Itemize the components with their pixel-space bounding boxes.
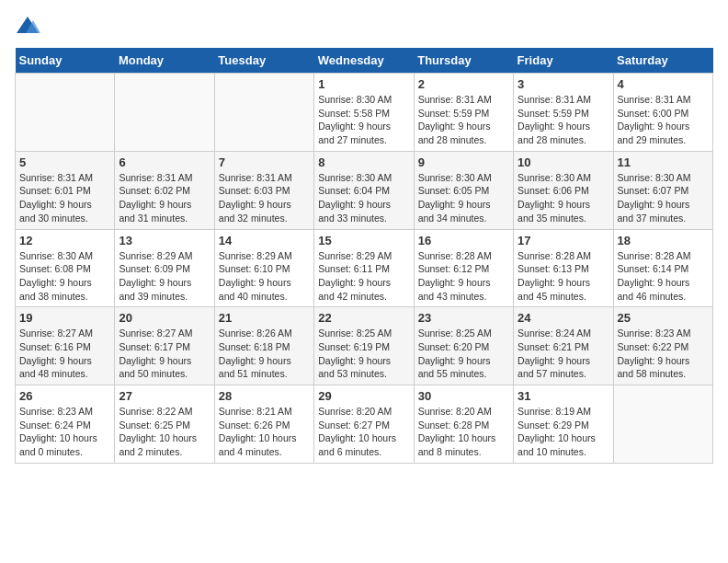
day-number: 5: [19, 155, 110, 169]
day-detail: Sunrise: 8:24 AM Sunset: 6:21 PM Dayligh…: [518, 327, 609, 381]
calendar-week-1: 1Sunrise: 8:30 AM Sunset: 5:58 PM Daylig…: [16, 74, 713, 152]
day-detail: Sunrise: 8:31 AM Sunset: 5:59 PM Dayligh…: [518, 93, 609, 147]
day-number: 10: [518, 155, 609, 169]
day-detail: Sunrise: 8:31 AM Sunset: 5:59 PM Dayligh…: [418, 93, 509, 147]
calendar-cell: 30Sunrise: 8:20 AM Sunset: 6:28 PM Dayli…: [414, 385, 513, 464]
day-number: 22: [318, 311, 409, 325]
calendar-cell: 23Sunrise: 8:25 AM Sunset: 6:20 PM Dayli…: [414, 307, 513, 385]
day-number: 16: [418, 234, 509, 247]
day-number: 4: [618, 77, 709, 91]
day-number: 2: [418, 77, 509, 91]
calendar-cell: 25Sunrise: 8:23 AM Sunset: 6:22 PM Dayli…: [613, 307, 712, 385]
day-number: 3: [518, 77, 609, 91]
day-number: 21: [219, 311, 310, 325]
calendar-cell: 15Sunrise: 8:29 AM Sunset: 6:11 PM Dayli…: [314, 229, 414, 307]
day-detail: Sunrise: 8:31 AM Sunset: 6:02 PM Dayligh…: [119, 171, 210, 225]
day-number: 12: [19, 234, 110, 247]
day-number: 13: [119, 234, 210, 247]
day-number: 24: [518, 311, 609, 325]
day-detail: Sunrise: 8:27 AM Sunset: 6:16 PM Dayligh…: [19, 327, 110, 381]
day-number: 25: [618, 311, 709, 325]
calendar-cell: 27Sunrise: 8:22 AM Sunset: 6:25 PM Dayli…: [115, 385, 214, 464]
calendar-cell: 3Sunrise: 8:31 AM Sunset: 5:59 PM Daylig…: [514, 74, 613, 152]
day-detail: Sunrise: 8:28 AM Sunset: 6:14 PM Dayligh…: [618, 249, 709, 304]
day-number: 8: [318, 155, 409, 169]
calendar-body: 1Sunrise: 8:30 AM Sunset: 5:58 PM Daylig…: [16, 74, 713, 464]
day-number: 9: [418, 155, 509, 169]
calendar-cell: 8Sunrise: 8:30 AM Sunset: 6:04 PM Daylig…: [314, 151, 414, 229]
day-number: 14: [219, 234, 310, 247]
calendar-cell: 11Sunrise: 8:30 AM Sunset: 6:07 PM Dayli…: [613, 151, 712, 229]
day-detail: Sunrise: 8:20 AM Sunset: 6:27 PM Dayligh…: [318, 405, 409, 459]
weekday-header-friday: Friday: [514, 48, 613, 74]
day-number: 15: [318, 234, 409, 247]
weekday-header-monday: Monday: [115, 48, 214, 74]
calendar-cell: 9Sunrise: 8:30 AM Sunset: 6:05 PM Daylig…: [414, 151, 513, 229]
calendar-week-3: 12Sunrise: 8:30 AM Sunset: 6:08 PM Dayli…: [16, 229, 713, 307]
weekday-header-row: SundayMondayTuesdayWednesdayThursdayFrid…: [16, 48, 713, 74]
day-detail: Sunrise: 8:28 AM Sunset: 6:13 PM Dayligh…: [518, 249, 609, 304]
day-detail: Sunrise: 8:30 AM Sunset: 6:06 PM Dayligh…: [518, 171, 609, 225]
day-detail: Sunrise: 8:19 AM Sunset: 6:29 PM Dayligh…: [518, 405, 609, 459]
calendar-cell: 29Sunrise: 8:20 AM Sunset: 6:27 PM Dayli…: [314, 385, 414, 464]
calendar-week-5: 26Sunrise: 8:23 AM Sunset: 6:24 PM Dayli…: [16, 385, 713, 464]
day-number: 20: [119, 311, 210, 325]
day-number: 29: [318, 389, 409, 403]
calendar-cell: [214, 74, 313, 152]
calendar-week-2: 5Sunrise: 8:31 AM Sunset: 6:01 PM Daylig…: [16, 151, 713, 229]
calendar-week-4: 19Sunrise: 8:27 AM Sunset: 6:16 PM Dayli…: [16, 307, 713, 385]
day-number: 17: [518, 234, 609, 247]
day-detail: Sunrise: 8:30 AM Sunset: 6:05 PM Dayligh…: [418, 171, 509, 225]
day-detail: Sunrise: 8:30 AM Sunset: 5:58 PM Dayligh…: [318, 93, 409, 147]
calendar-cell: 6Sunrise: 8:31 AM Sunset: 6:02 PM Daylig…: [115, 151, 214, 229]
day-detail: Sunrise: 8:29 AM Sunset: 6:10 PM Dayligh…: [219, 249, 310, 304]
day-number: 6: [119, 155, 210, 169]
calendar-cell: [613, 385, 712, 464]
calendar-cell: [115, 74, 214, 152]
day-detail: Sunrise: 8:25 AM Sunset: 6:19 PM Dayligh…: [318, 327, 409, 381]
calendar-cell: 22Sunrise: 8:25 AM Sunset: 6:19 PM Dayli…: [314, 307, 414, 385]
day-detail: Sunrise: 8:30 AM Sunset: 6:08 PM Dayligh…: [19, 249, 110, 304]
calendar-cell: 19Sunrise: 8:27 AM Sunset: 6:16 PM Dayli…: [16, 307, 115, 385]
day-number: 18: [618, 234, 709, 247]
day-number: 7: [219, 155, 310, 169]
calendar-cell: 12Sunrise: 8:30 AM Sunset: 6:08 PM Dayli…: [16, 229, 115, 307]
day-detail: Sunrise: 8:29 AM Sunset: 6:09 PM Dayligh…: [119, 249, 210, 304]
day-detail: Sunrise: 8:22 AM Sunset: 6:25 PM Dayligh…: [119, 405, 210, 459]
day-detail: Sunrise: 8:31 AM Sunset: 6:00 PM Dayligh…: [618, 93, 709, 147]
day-detail: Sunrise: 8:31 AM Sunset: 6:01 PM Dayligh…: [19, 171, 110, 225]
weekday-header-thursday: Thursday: [414, 48, 513, 74]
calendar-cell: 1Sunrise: 8:30 AM Sunset: 5:58 PM Daylig…: [314, 74, 414, 152]
day-detail: Sunrise: 8:21 AM Sunset: 6:26 PM Dayligh…: [219, 405, 310, 459]
day-number: 11: [618, 155, 709, 169]
calendar-cell: 26Sunrise: 8:23 AM Sunset: 6:24 PM Dayli…: [16, 385, 115, 464]
day-detail: Sunrise: 8:30 AM Sunset: 6:04 PM Dayligh…: [318, 171, 409, 225]
calendar-cell: 2Sunrise: 8:31 AM Sunset: 5:59 PM Daylig…: [414, 74, 513, 152]
calendar-cell: 4Sunrise: 8:31 AM Sunset: 6:00 PM Daylig…: [613, 74, 712, 152]
day-number: 28: [219, 389, 310, 403]
day-detail: Sunrise: 8:30 AM Sunset: 6:07 PM Dayligh…: [618, 171, 709, 225]
day-detail: Sunrise: 8:31 AM Sunset: 6:03 PM Dayligh…: [219, 171, 310, 225]
calendar-cell: 21Sunrise: 8:26 AM Sunset: 6:18 PM Dayli…: [214, 307, 313, 385]
day-number: 19: [19, 311, 110, 325]
day-detail: Sunrise: 8:25 AM Sunset: 6:20 PM Dayligh…: [418, 327, 509, 381]
weekday-header-saturday: Saturday: [613, 48, 712, 74]
day-detail: Sunrise: 8:28 AM Sunset: 6:12 PM Dayligh…: [418, 249, 509, 304]
weekday-header-tuesday: Tuesday: [214, 48, 313, 74]
day-number: 30: [418, 389, 509, 403]
calendar: SundayMondayTuesdayWednesdayThursdayFrid…: [15, 48, 713, 464]
header: [15, 15, 713, 37]
weekday-header-sunday: Sunday: [16, 48, 115, 74]
calendar-cell: [16, 74, 115, 152]
day-detail: Sunrise: 8:26 AM Sunset: 6:18 PM Dayligh…: [219, 327, 310, 381]
day-number: 26: [19, 389, 110, 403]
calendar-cell: 28Sunrise: 8:21 AM Sunset: 6:26 PM Dayli…: [214, 385, 313, 464]
calendar-cell: 10Sunrise: 8:30 AM Sunset: 6:06 PM Dayli…: [514, 151, 613, 229]
calendar-cell: 16Sunrise: 8:28 AM Sunset: 6:12 PM Dayli…: [414, 229, 513, 307]
calendar-cell: 7Sunrise: 8:31 AM Sunset: 6:03 PM Daylig…: [214, 151, 313, 229]
calendar-cell: 5Sunrise: 8:31 AM Sunset: 6:01 PM Daylig…: [16, 151, 115, 229]
day-detail: Sunrise: 8:23 AM Sunset: 6:24 PM Dayligh…: [19, 405, 110, 459]
calendar-cell: 17Sunrise: 8:28 AM Sunset: 6:13 PM Dayli…: [514, 229, 613, 307]
calendar-cell: 31Sunrise: 8:19 AM Sunset: 6:29 PM Dayli…: [514, 385, 613, 464]
logo: [15, 15, 44, 37]
